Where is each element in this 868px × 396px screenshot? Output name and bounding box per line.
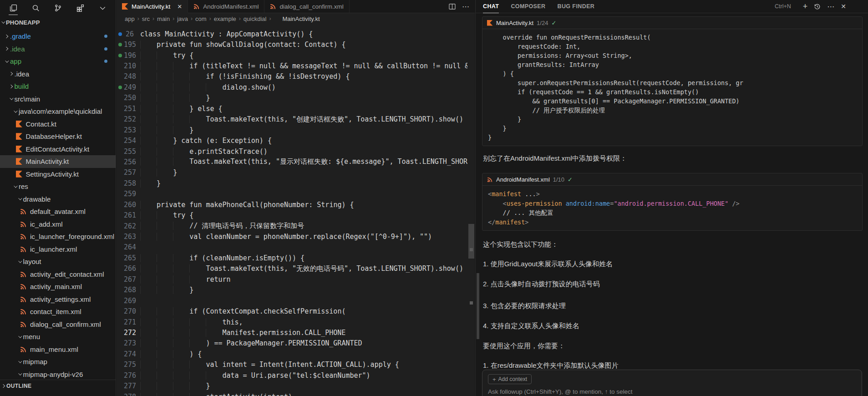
breadcrumb-item[interactable]: example (214, 15, 236, 22)
tab-bug-finder[interactable]: BUG FINDER (558, 3, 595, 10)
code-line-253[interactable]: 253 } (117, 125, 467, 135)
extensions-icon[interactable] (75, 3, 85, 13)
chat-code-block-mainactivity.kt[interactable]: MainActivity.kt1/24✓ override fun onRequ… (482, 16, 863, 146)
tab-chat[interactable]: CHAT (483, 3, 499, 10)
code-line-262[interactable]: 262 // 清理电话号码，只保留数字和加号 (117, 221, 467, 231)
editor-scrollbar[interactable] (468, 224, 474, 259)
code-line-257[interactable]: 257 } (117, 168, 467, 178)
tree-item-drawable[interactable]: drawable (0, 193, 116, 206)
source-control-icon[interactable] (53, 3, 63, 13)
code-line-265[interactable]: 265 if (cleanNumber.isEmpty()) { (117, 253, 467, 263)
tree-item--idea[interactable]: .idea (0, 43, 116, 56)
chevron-down-icon[interactable] (97, 3, 107, 13)
code-line-275[interactable]: 275 val intent = Intent(Intent.ACTION_CA… (117, 360, 467, 370)
code-line-260[interactable]: 260 private fun makePhoneCall(phoneNumbe… (117, 199, 467, 210)
code-block-header[interactable]: MainActivity.kt1/24✓ (482, 17, 862, 29)
code-line-272[interactable]: 272 Manifest.permission.CALL_PHONE (117, 327, 467, 338)
code-line-261[interactable]: 261 try { (117, 210, 467, 220)
tree-item--idea[interactable]: .idea (0, 68, 116, 81)
breadcrumb-item[interactable]: main (157, 15, 170, 22)
tree-item-mipmap-anydpi-v26[interactable]: mipmap-anydpi-v26 (0, 368, 116, 381)
tree-item-app[interactable]: app (0, 55, 116, 68)
tree-item-activity-main-xml[interactable]: activity_main.xml (0, 280, 116, 293)
close-icon[interactable]: ✕ (177, 3, 182, 10)
code-line-250[interactable]: 250 } (117, 93, 467, 103)
more-actions-icon[interactable]: ⋯ (462, 2, 469, 11)
tree-item-contact-kt[interactable]: Contact.kt (0, 118, 116, 131)
tree-item-layout[interactable]: layout (0, 255, 116, 268)
code-line-277[interactable]: 277 } (117, 381, 467, 391)
code-line-256[interactable]: 256 Toast.makeText(this, "显示对话框失败: ${e.m… (117, 157, 467, 167)
close-icon[interactable]: ✕ (841, 3, 846, 10)
code-line-276[interactable]: 276 data = Uri.parse("tel:$cleanNumber") (117, 370, 467, 381)
tree-item-src-main[interactable]: src\main (0, 93, 116, 106)
code-block-header[interactable]: AndroidManifest.xml1/10✓ (482, 173, 862, 186)
code-line-268[interactable]: 268 } (117, 285, 467, 295)
code-line-210[interactable]: 210 if (titleText != null && messageText… (117, 61, 467, 71)
code-line-263[interactable]: 263 val cleanNumber = phoneNumber.replac… (117, 231, 467, 242)
code-line-251[interactable]: 251 } else { (117, 103, 467, 114)
chat-input-box[interactable]: + Add context Ask followup (Ctrl+Shift+Y… (482, 370, 862, 396)
history-icon[interactable] (814, 3, 821, 10)
tree-item-java-com-example-quickdial[interactable]: java\com\example\quickdial (0, 105, 116, 118)
code-line-249[interactable]: 249 dialog.show() (117, 82, 467, 92)
tree-item-menu[interactable]: menu (0, 330, 116, 343)
tree-item-contact-item-xml[interactable]: contact_item.xml (0, 305, 116, 318)
code-line-269[interactable]: 269 (117, 295, 467, 306)
tree-item--gradle[interactable]: .gradle (0, 30, 116, 43)
code-line-254[interactable]: 254 } catch (e: Exception) { (117, 135, 467, 146)
code-line-270[interactable]: 270 if (ContextCompat.checkSelfPermissio… (117, 306, 467, 316)
code-area[interactable]: 26class MainActivity : AppCompatActivity… (117, 24, 467, 396)
breadcrumb-item[interactable]: app (125, 15, 135, 22)
code-line-255[interactable]: 255 e.printStackTrace() (117, 146, 467, 157)
tree-item-build[interactable]: build (0, 80, 116, 93)
tree-item-default-avatar-xml[interactable]: default_avatar.xml (0, 205, 116, 218)
tree-item-mipmap[interactable]: mipmap (0, 355, 116, 368)
tree-item-ic-launcher-xml[interactable]: ic_launcher.xml (0, 243, 116, 256)
breadcrumb-item[interactable]: com (195, 15, 207, 22)
more-icon[interactable]: ⋯ (827, 2, 834, 11)
code-line-196[interactable]: 196 try { (117, 50, 467, 61)
plus-icon[interactable]: + (803, 2, 808, 11)
code-line-258[interactable]: 258 } (117, 178, 467, 188)
tree-item-settingsactivity-kt[interactable]: SettingsActivity.kt (0, 168, 116, 181)
code-line-264[interactable]: 264 (117, 242, 467, 253)
code-line-252[interactable]: 252 Toast.makeText(this, "创建对话框失败", Toas… (117, 114, 467, 125)
code-line-267[interactable]: 267 return (117, 274, 467, 284)
project-header[interactable]: PHONEAPP (0, 17, 116, 28)
code-line-26[interactable]: 26class MainActivity : AppCompatActivity… (117, 29, 467, 39)
breadcrumb-item[interactable]: src (142, 15, 150, 22)
editor-tab-dialog_call_confirm.xml[interactable]: dialog_call_confirm.xml (264, 0, 349, 13)
split-editor-icon[interactable] (449, 3, 456, 10)
chat-scrollbar[interactable] (477, 273, 479, 339)
code-line-248[interactable]: 248 if (!isFinishing && !isDestroyed) { (117, 71, 467, 82)
tree-item-activity-edit-contact-xml[interactable]: activity_edit_contact.xml (0, 268, 116, 281)
search-icon[interactable] (30, 3, 41, 13)
breadcrumb-item[interactable]: MainActivity.kt (282, 15, 320, 22)
explorer-icon[interactable] (8, 3, 18, 13)
code-line-195[interactable]: 195 private fun showCallDialog(contact: … (117, 39, 467, 50)
code-line-266[interactable]: 266 Toast.makeText(this, "无效的电话号码", Toas… (117, 264, 467, 274)
tree-item-mainactivity-kt[interactable]: MainActivity.kt (0, 155, 116, 168)
tree-item-databasehelper-kt[interactable]: DatabaseHelper.kt (0, 130, 116, 143)
tree-item-ic-add-xml[interactable]: ic_add.xml (0, 218, 116, 231)
editor-tab-mainactivity.kt[interactable]: MainActivity.kt✕ (117, 0, 188, 13)
code-line-274[interactable]: 274 ) { (117, 349, 467, 359)
breadcrumb-item[interactable]: quickdial (244, 15, 267, 22)
editor-tab-androidmanifest.xml[interactable]: AndroidManifest.xml (188, 0, 264, 13)
add-context-button[interactable]: + Add context (488, 374, 532, 384)
outline-section[interactable]: OUTLINE (0, 380, 116, 391)
tab-composer[interactable]: COMPOSER (511, 3, 545, 10)
breadcrumb-item[interactable]: java (177, 15, 188, 22)
tree-item-main-menu-xml[interactable]: main_menu.xml (0, 343, 116, 356)
chat-code-block-androidmanifest.xml[interactable]: AndroidManifest.xml1/10✓<manifest ...> <… (482, 173, 863, 231)
tree-item-ic-launcher-foreground-xml[interactable]: ic_launcher_foreground.xml (0, 230, 116, 243)
tree-item-activity-settings-xml[interactable]: activity_settings.xml (0, 293, 116, 306)
tree-item-editcontactactivity-kt[interactable]: EditContactActivity.kt (0, 143, 116, 156)
code-line-259[interactable]: 259 (117, 189, 467, 199)
code-line-278[interactable]: 278 startActivity(intent) (117, 391, 467, 396)
tree-item-res[interactable]: res (0, 180, 116, 193)
code-line-271[interactable]: 271 this, (117, 317, 467, 327)
tree-item-dialog-call-confirm-xml[interactable]: dialog_call_confirm.xml (0, 318, 116, 331)
code-line-273[interactable]: 273 ) == PackageManager.PERMISSION_GRANT… (117, 338, 467, 349)
